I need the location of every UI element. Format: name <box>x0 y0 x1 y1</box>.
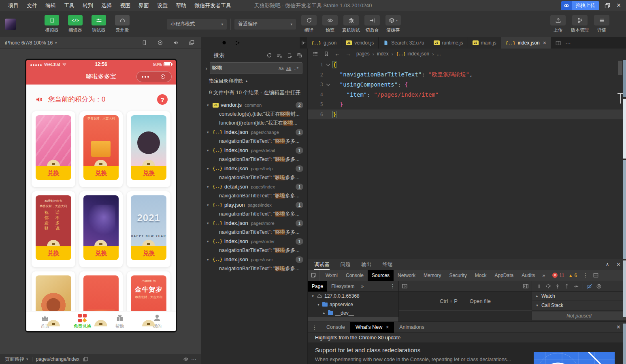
more-menu-icon[interactable] <box>137 76 154 78</box>
menu-item-2[interactable]: 编辑 <box>41 2 60 9</box>
help-button[interactable]: ? <box>157 94 168 105</box>
redeem-button[interactable]: 兑换 <box>131 246 166 260</box>
breadcrumb-item[interactable]: index <box>377 51 389 57</box>
open-file-hint[interactable]: Open file <box>470 298 491 304</box>
redeem-button[interactable]: 兑换 <box>36 246 71 260</box>
record-icon[interactable] <box>157 40 163 46</box>
toggle-cloud-icon[interactable]: 云开发 <box>113 15 132 33</box>
close-tab-icon[interactable]: × <box>386 324 389 330</box>
editor-tab[interactable]: JSruntime.js <box>429 37 468 49</box>
devtools-tab-wxml[interactable]: Wxml <box>322 270 342 281</box>
close-window-icon[interactable]: × <box>615 2 622 9</box>
editor-tab[interactable]: Search: 32.u7u <box>379 37 429 49</box>
drag-upload-button[interactable]: 拖拽上传 <box>561 1 599 10</box>
split-editor-icon[interactable] <box>555 40 561 46</box>
search-result-match[interactable]: navigationBarTitleText": "哆啦多多... <box>201 246 307 255</box>
code-line-4[interactable]: 4 "item": "/pages/index/item" <box>308 90 626 100</box>
prize-card[interactable]: 兑换 <box>127 111 170 187</box>
tabbar-item-crown-icon[interactable]: 首页 <box>26 311 64 331</box>
prize-card[interactable]: 兑换 <box>32 111 75 187</box>
action-branch-icon[interactable]: 版本管理 <box>571 15 589 33</box>
scroll-tabs-icon[interactable] <box>300 40 307 46</box>
pause-icon[interactable] <box>536 284 542 289</box>
menu-item-6[interactable]: 视图 <box>116 2 134 9</box>
redeem-button[interactable]: 兑换 <box>36 166 71 180</box>
drawer-menu-icon[interactable]: ⋮ <box>308 324 321 330</box>
search-result-file[interactable]: ▾{..}detail.jsonpages\index1 <box>201 182 307 191</box>
whole-word-icon[interactable]: ab <box>285 66 293 71</box>
editor-tab[interactable]: {..}g.json <box>307 37 341 49</box>
nav-forward-icon[interactable]: → <box>345 51 351 57</box>
tree-item[interactable]: ▾appservice <box>308 300 398 309</box>
breadcrumb-item[interactable]: ... <box>437 51 441 57</box>
editor-tab[interactable]: {..}index.json× <box>501 37 551 49</box>
collapse-all-icon[interactable] <box>297 53 302 58</box>
search-result-file[interactable]: ▾{..}play.jsonpages\index1 <box>201 200 307 210</box>
rotate-device-icon[interactable] <box>141 40 147 46</box>
close-drawer-icon[interactable]: × <box>617 324 620 331</box>
open-in-editor-icon[interactable] <box>287 53 292 58</box>
tabbar-item-grid-icon[interactable]: 免费兑换 <box>64 311 101 331</box>
toggle-code-icon[interactable]: </>编辑器 <box>66 15 85 33</box>
more-icon[interactable]: » <box>358 284 366 289</box>
devtools-tab-sources[interactable]: Sources <box>368 270 394 281</box>
search-input[interactable] <box>212 66 277 71</box>
search-result-file[interactable]: ▾{..}index.jsonpages\more1 <box>201 218 307 228</box>
search-result-match[interactable]: navigationBarTitleText": "哆啦多多... <box>201 210 307 218</box>
search-result-file[interactable]: ▾{..}index.jsonpages\change1 <box>201 127 307 137</box>
devtools-tab-console[interactable]: Console <box>342 270 368 281</box>
menu-icon[interactable]: ⋮ <box>390 283 395 289</box>
prize-card[interactable]: 2021HAPPY NEW YEAR兑换 <box>127 191 170 267</box>
branch-icon[interactable] <box>234 40 241 46</box>
devtools-tab-appdata[interactable]: AppData <box>490 270 517 281</box>
restore-window-icon[interactable] <box>604 2 611 9</box>
action-layers-icon[interactable]: ▾清缓存 <box>384 15 402 33</box>
editor-tab[interactable]: JSvendor.js <box>341 37 379 49</box>
fold-icon[interactable] <box>323 64 333 66</box>
chevron-right-icon[interactable]: ▸ <box>322 311 326 315</box>
inspect-icon[interactable] <box>308 270 320 281</box>
menu-item-5[interactable]: 选择 <box>97 2 116 9</box>
devtools-tab-network[interactable]: Network <box>394 270 419 281</box>
search-result-match[interactable]: navigationBarTitleText": "哆啦多多... <box>201 173 307 182</box>
collapse-panel-icon[interactable]: ∧ <box>606 262 609 267</box>
code-area[interactable]: 1{2 "navigationBarTitleText": "欧皇源码论坛",3… <box>308 59 626 119</box>
compile-select[interactable]: 普通编译▾ <box>234 19 296 30</box>
match-case-icon[interactable]: Aa <box>277 66 285 71</box>
redeem-button[interactable]: 兑换 <box>131 166 166 180</box>
search-result-match[interactable]: function(){return{title:"我正在哆啦... <box>201 119 307 127</box>
toggle-phone-icon[interactable]: 模拟器 <box>42 15 62 33</box>
drawer-tab[interactable]: Console <box>321 322 350 333</box>
more-icon[interactable]: ⋯ <box>191 356 196 362</box>
devtools-tab-security[interactable]: Security <box>445 270 471 281</box>
action-refresh-icon[interactable]: 编译 <box>300 15 318 33</box>
drawer-tab[interactable]: Animations <box>394 322 430 333</box>
menu-item-0[interactable]: 项目 <box>4 2 23 9</box>
sources-tab-page[interactable]: Page <box>308 281 327 292</box>
step-into-icon[interactable] <box>555 284 560 289</box>
multi-page-icon[interactable] <box>189 40 195 46</box>
step-over-icon[interactable] <box>545 284 551 289</box>
redeem-button[interactable]: 兑换 <box>83 166 119 180</box>
warning-count[interactable]: ▲6 <box>569 273 577 278</box>
refresh-search-icon[interactable] <box>266 53 272 58</box>
search-result-match[interactable]: navigationBarTitleText": "哆啦多多... <box>201 264 307 273</box>
search-result-file[interactable]: ▾{..}index.jsonpages\detail1 <box>201 146 307 155</box>
code-line-6[interactable]: 6} <box>308 110 626 120</box>
more-actions-icon[interactable]: ⋯ <box>565 40 571 46</box>
toggle-sliders-icon[interactable]: 调试器 <box>89 15 109 33</box>
outline-icon[interactable] <box>313 51 318 57</box>
open-in-editor-link[interactable]: 在编辑器中打开 <box>264 89 300 95</box>
mode-select[interactable]: 小程序模式▾ <box>167 19 227 30</box>
devtools-tab-audits[interactable]: Audits <box>517 270 539 281</box>
search-result-file[interactable]: ▾{..}index.jsonpages\help1 <box>201 164 307 173</box>
search-input-box[interactable]: Aa ab .* <box>210 62 302 74</box>
search-result-match[interactable]: console.log(e),{title:"我正在哆啦封... <box>201 110 307 119</box>
error-count[interactable]: ×11 <box>552 273 564 278</box>
tree-item[interactable]: ▸__dev__ <box>308 309 398 317</box>
code-line-3[interactable]: 3 "usingComponents": { <box>308 80 626 90</box>
menu-item-10[interactable]: 微信开发者工具 <box>190 2 235 9</box>
devtools-tab-mock[interactable]: Mock <box>471 270 491 281</box>
watch-section[interactable]: ▸Watch <box>532 292 626 301</box>
prize-card[interactable]: zA青衫的红包恭喜发财，大吉大利祝 话你 不发 多财 说兑换 <box>32 191 75 267</box>
